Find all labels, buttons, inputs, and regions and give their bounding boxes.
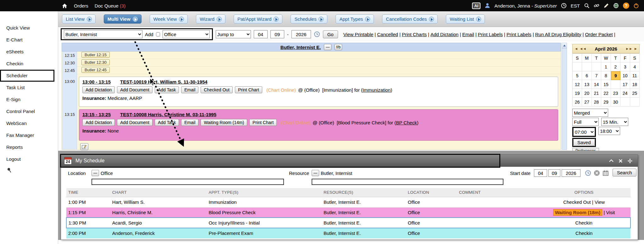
calendar-day[interactable]: 19 [573, 89, 582, 98]
tab-appt-types[interactable]: Appt Types [336, 14, 374, 24]
open-in-new-icon[interactable] [476, 17, 481, 22]
start-time-select[interactable]: 07:00 [573, 128, 595, 136]
search-icon[interactable] [584, 3, 590, 8]
print-chart-button[interactable]: Print Chart [249, 119, 277, 126]
clear-date-icon[interactable] [594, 170, 600, 177]
sidebar-item-e-chart[interactable]: E-Chart [0, 34, 58, 46]
calendar-day[interactable]: 10 [620, 71, 630, 80]
calendar-day[interactable]: 25 [630, 89, 640, 98]
calendar-day[interactable]: 7 [592, 71, 601, 80]
size-select[interactable]: Full [572, 118, 599, 126]
calendar-day[interactable]: 13 [582, 80, 591, 89]
tab-list-view[interactable]: List View [62, 14, 96, 24]
edit-note-button[interactable] [80, 143, 88, 150]
appointment-time-link[interactable]: 13:15 - 13:25 [82, 112, 111, 117]
start-day-input[interactable] [548, 169, 560, 177]
link-view-printable[interactable]: View Printable [343, 32, 374, 37]
ai-badge[interactable]: AI [472, 3, 480, 9]
end-time-select[interactable]: 18:00 [598, 127, 620, 135]
logout-power-icon[interactable] [633, 3, 639, 8]
next-month-icon[interactable]: ► [634, 47, 637, 51]
calendar-day[interactable]: 3 [620, 62, 630, 71]
sidebar-item-logout[interactable]: Logout [0, 153, 58, 165]
calendar-day[interactable]: 14 [592, 80, 601, 89]
waiting-room-button[interactable]: Waiting Room (14m) [201, 119, 247, 126]
home-icon[interactable] [62, 3, 68, 9]
print-chart-button[interactable]: Print Chart [235, 86, 262, 93]
location-filter-input[interactable] [92, 179, 284, 185]
day-input[interactable] [270, 30, 284, 38]
email-button[interactable]: Email [181, 86, 198, 93]
link-icon[interactable] [594, 3, 599, 8]
slot-row[interactable]: Butler 12:30 [77, 59, 561, 67]
sidebar-item-scheduler[interactable]: Scheduler [0, 70, 54, 82]
open-in-new-icon[interactable] [319, 17, 324, 22]
tab-wizard[interactable]: Wizard [196, 14, 225, 24]
appt-type-link[interactable]: BP Check [396, 120, 417, 125]
sidebar-item-esheets[interactable]: eSheets [0, 46, 58, 58]
table-row[interactable]: 1:15 PM Harris, Christine M. Blood Press… [66, 207, 630, 218]
sidebar-item-checkin[interactable]: Checkin [0, 58, 58, 70]
table-row[interactable]: 2:00 PM Anderson, Frederick Pre-Placemen… [66, 228, 630, 238]
link-order-packet[interactable]: Order Packet [585, 32, 613, 37]
add-checkbox[interactable] [156, 32, 160, 36]
collapse-column-button[interactable]: — [324, 44, 331, 50]
link-cancelled[interactable]: Cancelled [377, 32, 398, 37]
calendar-day[interactable]: 5 [573, 71, 582, 80]
prev-month-icon[interactable]: ◄ [575, 47, 578, 51]
my-schedule-titlebar[interactable]: 24 My Schedule [61, 155, 638, 167]
open-in-new-icon[interactable] [87, 17, 92, 22]
nav-orders[interactable]: Orders [74, 3, 88, 8]
tab-schedules[interactable]: Schedules [291, 14, 327, 24]
cell-chart[interactable]: Hart, William S. [110, 197, 207, 207]
add-dictation-button[interactable]: Add Dictation [82, 86, 115, 93]
user-name[interactable]: Anderson, Jenna - SuperUser [494, 3, 557, 8]
table-row-selected[interactable]: 1:30 PM Acardi, Sergio Occ Injury/Illnes… [66, 218, 630, 228]
search-button[interactable]: Search [613, 169, 636, 176]
time-icon[interactable] [314, 31, 320, 37]
interval-select[interactable]: 15 Min. [601, 118, 628, 126]
sidebar-item-task-list[interactable]: Task List [0, 82, 58, 94]
sidebar-item-reports[interactable]: Reports [0, 141, 58, 153]
table-row[interactable]: 1:00 PM Hart, William S. Immunization Bu… [66, 197, 630, 207]
start-year-input[interactable] [562, 169, 580, 177]
sidebar-item-e-sign[interactable]: E-Sign [0, 94, 58, 106]
month-input[interactable] [254, 30, 268, 38]
slot-button-1230[interactable]: Butler 12:30 [81, 59, 110, 65]
add-task-button[interactable]: Add Task [155, 86, 179, 93]
calendar-day[interactable]: 21 [592, 89, 601, 98]
calendar-day[interactable]: 22 [601, 89, 611, 98]
fb-button[interactable]: f/b [335, 44, 342, 50]
add-task-button[interactable]: Add Task [155, 119, 179, 126]
checkin-option[interactable]: Checkin [575, 220, 592, 225]
slot-row[interactable]: Butler 12:45 [77, 67, 561, 74]
calendar-day-selected[interactable]: 9 [611, 71, 620, 80]
collapse-icon[interactable] [609, 159, 614, 163]
year-input[interactable] [291, 30, 311, 38]
open-in-new-icon[interactable] [429, 17, 434, 22]
saved-button[interactable]: Saved [573, 139, 595, 146]
checked-out-option[interactable]: Checked Out [563, 199, 591, 205]
calendar-day[interactable]: 4 [630, 62, 640, 71]
pencil-icon[interactable] [603, 3, 609, 8]
prev-year-icon[interactable]: ◄◄ [580, 47, 586, 51]
open-in-new-icon[interactable] [217, 17, 222, 22]
calendar-day[interactable]: 18 [630, 80, 640, 89]
location-select[interactable]: Office [163, 30, 210, 38]
sidebar-item-fax-manager[interactable]: Fax Manager [0, 129, 58, 141]
calendar-day[interactable]: 24 [620, 89, 630, 98]
sidebar-item-control-panel[interactable]: Control Panel [0, 106, 58, 117]
scroll-up-icon[interactable] [562, 43, 567, 48]
calendar-picker-icon[interactable] [602, 170, 609, 177]
appointment-block-harris[interactable]: 13:15 - 13:25 TEST-10008 Harris, Christi… [79, 109, 558, 141]
tab-multi-view[interactable]: Multi View [104, 14, 142, 24]
calendar-day[interactable]: 2 [611, 62, 620, 71]
sidebar-item-quick-view[interactable]: Quick View [0, 22, 58, 34]
checked-out-button[interactable]: Checked Out [201, 86, 233, 93]
start-month-input[interactable] [534, 169, 547, 177]
calendar-day[interactable]: 17 [620, 80, 630, 89]
open-in-new-icon[interactable] [274, 17, 279, 22]
calendar-day[interactable]: 8 [601, 71, 611, 80]
location-collapse-button[interactable]: — [92, 170, 99, 176]
checkin-option[interactable]: Checkin [575, 230, 592, 236]
